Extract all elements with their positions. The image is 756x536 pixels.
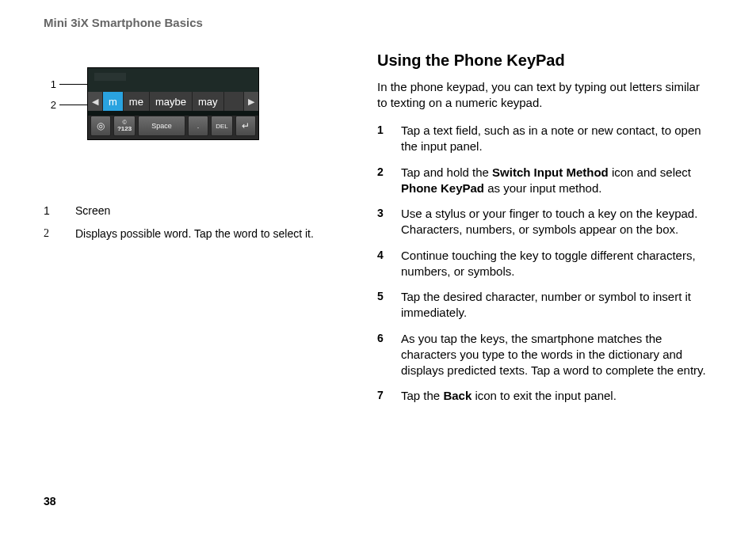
delete-key: DEL — [211, 116, 233, 136]
step-text: Continue touching the key to toggle diff… — [401, 248, 712, 280]
suggestion-word: me — [124, 92, 150, 111]
prev-arrow-icon: ◀ — [88, 92, 103, 111]
step-text: Tap a text field, such as in a note or n… — [401, 123, 712, 155]
step-item: 6As you tap the keys, the smartphone mat… — [377, 331, 712, 379]
space-key: Space — [138, 116, 185, 136]
step-number: 1 — [377, 123, 401, 155]
suggestion-word: m — [103, 92, 124, 111]
numbers-key: © ?123 — [113, 116, 136, 136]
suggestion-word: maybe — [150, 92, 193, 111]
step-item: 2Tap and hold the Switch Input Method ic… — [377, 165, 712, 197]
phone-mockup: ◀ m me maybe may ▶ ◎ © ?123 Space — [87, 67, 259, 140]
step-number: 5 — [377, 289, 401, 321]
legend-num: 1 — [44, 203, 75, 219]
suggestion-bar: ◀ m me maybe may ▶ — [88, 92, 258, 111]
step-number: 7 — [377, 388, 401, 404]
step-item: 7Tap the Back icon to exit the input pan… — [377, 388, 712, 404]
page-number: 38 — [44, 495, 56, 507]
step-number: 6 — [377, 331, 401, 379]
steps-list: 1Tap a text field, such as in a note or … — [377, 123, 712, 405]
callout-2-line — [59, 105, 87, 105]
legend-text: Screen — [75, 203, 349, 219]
legend-num: 2 — [44, 226, 75, 241]
step-item: 1Tap a text field, such as in a note or … — [377, 123, 712, 155]
right-column: Using the Phone KeyPad In the phone keyp… — [377, 51, 712, 414]
step-number: 4 — [377, 248, 401, 280]
next-arrow-icon: ▶ — [243, 92, 258, 111]
step-text: Tap the desired character, number or sym… — [401, 289, 712, 321]
globe-key-icon: ◎ — [90, 116, 111, 136]
legend-text: Displays possible word. Tap the word to … — [75, 226, 349, 241]
step-number: 3 — [377, 206, 401, 238]
step-number: 2 — [377, 165, 401, 197]
running-header: Mini 3iX Smartphone Basics — [44, 16, 712, 29]
callout-1-label: 1 — [51, 78, 56, 90]
callout-1-line — [59, 84, 87, 85]
step-item: 3Use a stylus or your finger to touch a … — [377, 206, 712, 238]
step-text: As you tap the keys, the smartphone matc… — [401, 331, 712, 379]
period-key: . — [188, 116, 208, 136]
section-intro: In the phone keypad, you can text by typ… — [377, 79, 712, 110]
step-text: Tap and hold the Switch Input Method ico… — [401, 165, 712, 197]
figure-legend: 1 Screen 2 Displays possible word. Tap t… — [44, 203, 349, 241]
suggestion-word: may — [193, 92, 224, 111]
left-column: 1 2 ◀ m me maybe may — [44, 51, 349, 414]
step-item: 5Tap the desired character, number or sy… — [377, 289, 712, 321]
step-text: Use a stylus or your finger to touch a k… — [401, 206, 712, 238]
section-title: Using the Phone KeyPad — [377, 51, 712, 70]
keypad-figure: 1 2 ◀ m me maybe may — [44, 67, 349, 140]
callout-2-label: 2 — [51, 99, 56, 111]
step-text: Tap the Back icon to exit the input pane… — [401, 388, 712, 404]
phone-screen-area — [88, 68, 258, 92]
keypad-shortcut-row: ◎ © ?123 Space . DEL ↵ — [88, 116, 258, 139]
enter-key-icon: ↵ — [235, 116, 256, 136]
step-item: 4Continue touching the key to toggle dif… — [377, 248, 712, 280]
